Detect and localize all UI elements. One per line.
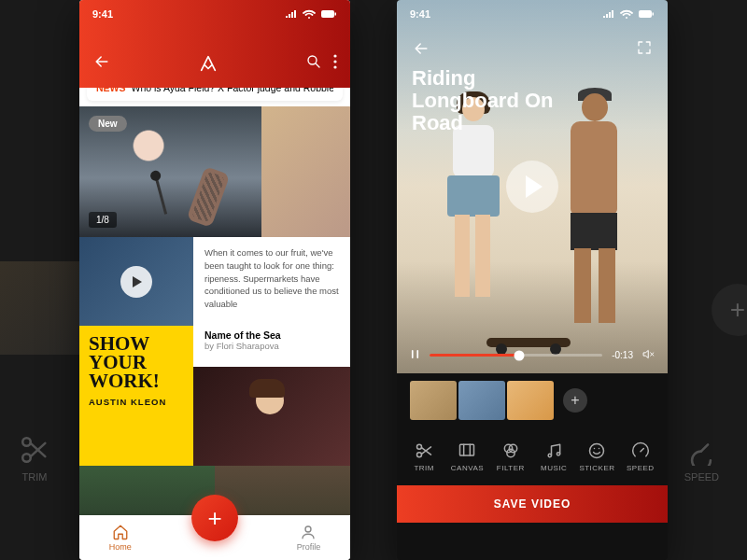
video-title: Riding Longboard On Road bbox=[412, 67, 580, 135]
svg-point-12 bbox=[417, 452, 422, 456]
editor-screen: 9:41 Riding Longboard On Road bbox=[397, 0, 668, 560]
plus-icon: + bbox=[571, 392, 579, 409]
side-tile[interactable] bbox=[261, 106, 350, 237]
tool-canvas[interactable]: CANVAS bbox=[448, 441, 486, 472]
clip-row: + bbox=[397, 373, 668, 427]
article-excerpt[interactable]: When it comes to our fruit, we've been t… bbox=[193, 237, 350, 326]
time-remaining: -0:13 bbox=[612, 350, 633, 360]
tool-filter[interactable]: FILTER bbox=[492, 441, 529, 472]
add-clip-button[interactable]: + bbox=[563, 388, 587, 413]
concert-tile[interactable] bbox=[193, 367, 350, 466]
pause-icon[interactable] bbox=[410, 349, 420, 361]
clip-thumbnail[interactable] bbox=[458, 381, 505, 420]
svg-point-5 bbox=[333, 54, 336, 57]
battery-icon bbox=[320, 9, 337, 19]
svg-rect-3 bbox=[335, 13, 337, 16]
fullscreen-icon[interactable] bbox=[636, 39, 653, 60]
nav-home[interactable]: Home bbox=[109, 524, 132, 552]
signal-icon bbox=[285, 9, 298, 19]
more-icon[interactable] bbox=[333, 54, 337, 73]
svg-rect-13 bbox=[460, 444, 474, 455]
svg-point-8 bbox=[305, 526, 311, 532]
svg-rect-10 bbox=[653, 13, 655, 16]
create-fab[interactable]: + bbox=[191, 495, 238, 541]
news-ticker[interactable]: NEWSWho is Ayda Field? X Factor judge an… bbox=[87, 88, 343, 101]
app-logo-icon bbox=[197, 52, 219, 75]
gallery-counter: 1/8 bbox=[89, 212, 117, 228]
tool-trim[interactable]: TRIM bbox=[405, 441, 443, 472]
status-time: 9:41 bbox=[92, 8, 113, 20]
tool-sticker[interactable]: STICKER bbox=[578, 441, 615, 472]
play-icon bbox=[526, 175, 543, 198]
svg-rect-2 bbox=[321, 10, 334, 18]
play-button[interactable] bbox=[506, 161, 558, 213]
clip-thumbnail[interactable] bbox=[410, 381, 457, 420]
svg-point-19 bbox=[590, 443, 604, 457]
play-icon bbox=[120, 266, 152, 298]
mute-icon[interactable] bbox=[642, 348, 655, 362]
new-badge: New bbox=[89, 116, 127, 132]
tool-row: TRIM CANVAS FILTER MUSIC STICKER SPEED bbox=[397, 427, 668, 485]
svg-rect-9 bbox=[639, 10, 652, 18]
svg-point-11 bbox=[417, 444, 422, 449]
svg-point-16 bbox=[507, 449, 514, 456]
svg-point-7 bbox=[333, 65, 336, 68]
book-info[interactable]: Name of the Sea by Flori Sharapova bbox=[193, 326, 350, 367]
status-bar: 9:41 bbox=[79, 0, 350, 28]
tool-music[interactable]: MUSIC bbox=[535, 441, 572, 472]
clip-thumbnail[interactable] bbox=[507, 381, 554, 420]
nav-profile[interactable]: Profile bbox=[297, 524, 321, 552]
search-icon[interactable] bbox=[305, 53, 322, 74]
news-tag: NEWS bbox=[96, 88, 126, 93]
svg-point-15 bbox=[509, 444, 516, 452]
save-video-button[interactable]: SAVE VIDEO bbox=[397, 485, 668, 523]
book-cover-tile[interactable]: SHOW YOUR WORK! AUSTIN KLEON bbox=[79, 326, 193, 466]
svg-point-17 bbox=[548, 454, 551, 456]
video-preview[interactable]: Riding Longboard On Road -0:13 bbox=[397, 0, 668, 373]
signal-icon bbox=[602, 9, 615, 19]
hero-tile[interactable]: New 1/8 bbox=[79, 106, 261, 237]
status-bar: 9:41 bbox=[397, 0, 668, 28]
news-headline: Who is Ayda Field? X Factor judge and Ro… bbox=[132, 88, 334, 93]
wifi-icon bbox=[620, 9, 633, 19]
feed-screen: 9:41 NEWSWho is Ayda Field? X Factor ju bbox=[79, 0, 350, 560]
status-time: 9:41 bbox=[410, 8, 430, 20]
back-icon[interactable] bbox=[412, 39, 430, 62]
back-icon[interactable] bbox=[92, 52, 111, 75]
tool-speed[interactable]: SPEED bbox=[622, 441, 659, 472]
svg-point-4 bbox=[308, 56, 317, 64]
battery-icon bbox=[638, 9, 655, 19]
video-tile[interactable] bbox=[79, 237, 193, 326]
plus-icon: + bbox=[207, 504, 221, 533]
svg-point-6 bbox=[333, 60, 336, 63]
wifi-icon bbox=[303, 9, 316, 19]
seek-slider[interactable] bbox=[430, 354, 602, 357]
svg-point-18 bbox=[557, 452, 559, 455]
skateboard-illustration bbox=[486, 338, 571, 347]
